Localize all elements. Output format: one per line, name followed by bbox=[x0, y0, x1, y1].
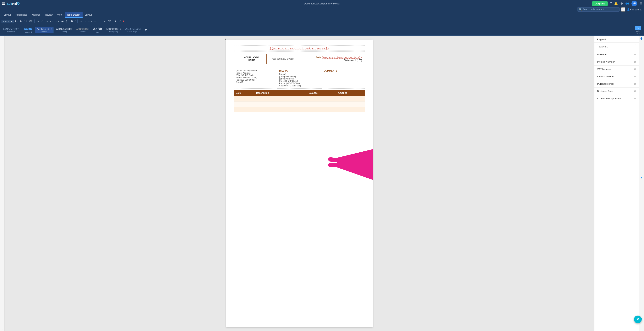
style-emphasis[interactable]: AaBbCcDdEe Emphasis bbox=[2, 27, 20, 33]
settings-icon[interactable]: ⚙ bbox=[620, 2, 623, 6]
doc-page: ⊞ {{metadata_invoice_invoice_number}} YO… bbox=[226, 40, 373, 327]
legend-item-invoice-number[interactable]: Invoice Number ⧉ bbox=[594, 58, 638, 66]
legend-item-vat-number[interactable]: VAT Number ⧉ bbox=[594, 66, 638, 73]
hamburger-menu[interactable]: ☰ bbox=[2, 1, 5, 6]
style-title[interactable]: AaBb Title bbox=[92, 26, 104, 34]
line-spacing-btn[interactable]: ↕ bbox=[98, 20, 100, 23]
indent-increase-btn[interactable]: ≡▷ bbox=[54, 20, 60, 23]
date-value: {{metadata_invoice_due_date}} bbox=[322, 56, 362, 59]
tab-layout2[interactable]: Layout bbox=[82, 12, 94, 18]
tab-mailings[interactable]: Mailings bbox=[30, 12, 43, 18]
company-slogan: [Your company slogan] bbox=[271, 58, 294, 60]
ribbon-tabs: Layout References Mailings Review View T… bbox=[0, 12, 644, 18]
heading1-preview: AaBb bbox=[24, 28, 32, 31]
font-size-down-btn[interactable]: A- bbox=[19, 20, 23, 23]
align-left-btn[interactable]: ≡◁ bbox=[79, 20, 84, 23]
copy-icon[interactable]: ⧉ bbox=[634, 60, 636, 64]
font-size-select[interactable]: 11 bbox=[23, 20, 28, 23]
tab-view[interactable]: View bbox=[55, 12, 65, 18]
users-icon[interactable]: 👥 bbox=[625, 2, 629, 6]
address-table: [Your Company Name]. [Street Address] [C… bbox=[234, 68, 365, 88]
logo-line1: YOUR LOGO bbox=[244, 56, 259, 59]
ordered-list-btn[interactable]: ≡1 bbox=[40, 20, 44, 23]
font-size-btn[interactable]: A+ bbox=[14, 20, 18, 23]
unordered-list-btn[interactable]: ≡• bbox=[36, 20, 40, 23]
legend-item-business-area[interactable]: Business Area ⧉ bbox=[594, 88, 638, 95]
legend-panel: Legend Due date ⧉ Invoice Number ⧉ VAT N… bbox=[594, 36, 638, 331]
user-settings-icon[interactable]: 👤 bbox=[640, 37, 643, 40]
legend-item-in-charge[interactable]: In charge of approval ⧉ bbox=[594, 95, 638, 102]
style-subtitle[interactable]: AaBbCcDdl Subtitle bbox=[75, 27, 90, 33]
statement-text: Statement # [100] bbox=[344, 59, 362, 62]
copy-icon[interactable]: ⧉ bbox=[634, 53, 636, 56]
style-heading1[interactable]: AaBb Heading 1 bbox=[22, 27, 34, 33]
move-handle[interactable]: ⊞ bbox=[224, 38, 226, 41]
normal-label: Normal bbox=[42, 31, 47, 32]
smiley-icon[interactable]: ☺ bbox=[621, 7, 625, 12]
bold-btn[interactable]: B bbox=[70, 20, 74, 23]
sidebar-collapse-arrow[interactable]: › bbox=[1, 329, 3, 330]
share-button[interactable]: 👤+ Share ▲ bbox=[627, 8, 642, 11]
avatar[interactable]: VM bbox=[632, 0, 637, 6]
paragraph-marks-btn[interactable]: ¶ bbox=[65, 20, 68, 23]
table-header-row: Date Description Balance Amount bbox=[234, 90, 365, 96]
legend-item-invoice-amount[interactable]: Invoice Amount ⧉ bbox=[594, 73, 638, 80]
indent-decrease-btn[interactable]: ◁≡ bbox=[50, 20, 54, 23]
more-styles-btn[interactable]: ▼ bbox=[144, 28, 148, 32]
legend-search-input[interactable] bbox=[597, 44, 636, 49]
align-center-btn[interactable]: ≡ bbox=[84, 20, 87, 23]
document-title: Document2 [Compatibility Mode] bbox=[304, 2, 340, 5]
legend-item-label: Invoice Number bbox=[597, 60, 615, 63]
tab-review[interactable]: Review bbox=[43, 12, 55, 18]
style-normal[interactable]: AaBbCcDdEe Normal bbox=[35, 27, 53, 33]
legend-item-due-date[interactable]: Due date ⧉ bbox=[594, 51, 638, 58]
style-strong[interactable]: AaBbCcDdEe Strong bbox=[55, 27, 74, 33]
justify-btn[interactable]: ≡≡ bbox=[93, 20, 97, 23]
legend-item-label: Purchase order bbox=[597, 82, 614, 85]
superscript-btn[interactable]: X² bbox=[108, 20, 112, 23]
document-area[interactable]: ⊞ {{metadata_invoice_invoice_number}} YO… bbox=[5, 36, 594, 331]
main-area: › ⊞ {{metadata_invoice_invoice_number}} … bbox=[0, 36, 644, 331]
highlight-btn[interactable]: 🖊 bbox=[118, 20, 122, 23]
copy-icon[interactable]: ⧉ bbox=[634, 82, 636, 86]
style-subtle-emph[interactable]: AaBbCcDdEe Subtle Emph... bbox=[124, 27, 142, 33]
legend-title: Legend bbox=[594, 36, 638, 43]
search-bar-row: 🔍 ☺ 👤+ Share ▲ bbox=[0, 7, 644, 12]
search-input-wrap: 🔍 bbox=[577, 7, 620, 12]
font-color-btn[interactable]: A bbox=[114, 20, 117, 23]
close-button[interactable]: ✕ bbox=[634, 316, 642, 323]
font-select[interactable]: Calibri bbox=[2, 20, 14, 23]
tab-layout[interactable]: Layout bbox=[2, 12, 13, 18]
copy-icon[interactable]: ⧉ bbox=[634, 90, 636, 93]
copy-icon[interactable]: ⧉ bbox=[634, 97, 636, 100]
logo-box: YOUR LOGO HERE bbox=[236, 54, 267, 64]
subscript-btn[interactable]: X₂ bbox=[103, 20, 107, 23]
styles-pane-button[interactable]: Aa StylesPane bbox=[634, 26, 642, 34]
copy-icon[interactable]: ⧉ bbox=[634, 68, 636, 71]
legend-item-label: Invoice Amount bbox=[597, 75, 614, 78]
grid-menu-icon[interactable]: ⠿ bbox=[640, 1, 642, 6]
subtle-label: Subtle Emph... bbox=[127, 31, 139, 32]
logo-line2: HERE bbox=[248, 59, 255, 62]
clear-format-btn[interactable]: ⌫ bbox=[28, 20, 33, 23]
app-logo: athentO bbox=[6, 2, 20, 6]
bell-icon[interactable]: 🔔 bbox=[614, 2, 618, 6]
multilevel-list-btn[interactable]: ≡↓ bbox=[45, 20, 49, 23]
tab-table-design[interactable]: Table Design bbox=[65, 12, 82, 18]
help-icon[interactable]: ? bbox=[610, 2, 612, 5]
sort-btn[interactable]: ↕A bbox=[60, 20, 64, 23]
legend-item-label: Due date bbox=[597, 53, 607, 56]
copy-icon[interactable]: ⧉ bbox=[634, 75, 636, 78]
align-right-btn[interactable]: ≡▷ bbox=[88, 20, 92, 23]
styles-pane-icon: Aa bbox=[635, 26, 641, 30]
dot-blue-indicator bbox=[641, 177, 642, 178]
upgrade-button[interactable]: Upgrade bbox=[592, 1, 608, 6]
italic-btn[interactable]: I bbox=[74, 20, 76, 23]
text-color-btn[interactable]: A bbox=[122, 20, 126, 23]
tab-references[interactable]: References bbox=[13, 12, 30, 18]
search-input[interactable] bbox=[583, 8, 618, 11]
style-no-spacing[interactable]: AaBbCcDdEe No Spacing bbox=[105, 27, 123, 33]
bill-to-cell: BILL TO [Name] [Company Name] [Street Ad… bbox=[277, 68, 322, 88]
legend-item-purchase-order[interactable]: Purchase order ⧉ bbox=[594, 80, 638, 88]
legend-item-label: In charge of approval bbox=[597, 97, 621, 100]
